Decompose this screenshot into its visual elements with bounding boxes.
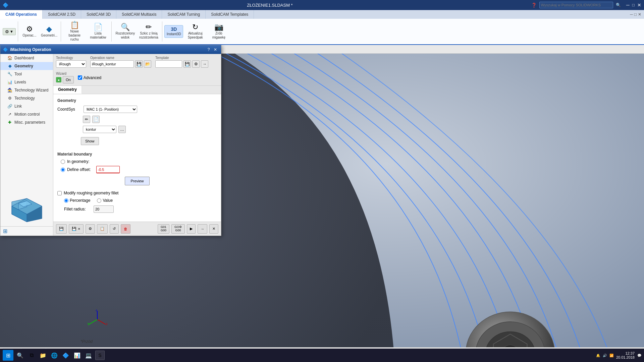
go-sim-btn[interactable]: GO⚙G00	[171, 224, 185, 234]
reset-btn[interactable]: ↺	[110, 224, 119, 234]
value-label: Value	[103, 198, 113, 203]
save-operation-btn[interactable]: 💾	[135, 60, 143, 68]
template-settings-btn[interactable]: ⚙	[192, 60, 200, 68]
template-apply-btn[interactable]: 📋	[97, 224, 108, 234]
percentage-label: Percentage	[70, 198, 90, 203]
ribbon-explode-btn[interactable]: 🔍 Rozstrzelony widok	[114, 22, 137, 41]
sidebar-item-dashboard[interactable]: 🏠 Dashboard	[0, 54, 53, 62]
load-operation-btn[interactable]: 📂	[144, 60, 151, 68]
modify-fillet-row: Modify roughing geometry fillet	[57, 191, 217, 195]
template-input[interactable]	[155, 60, 182, 68]
ribbon-content: ⚙ ▼ ⚙ Operac... ◆ Geometri... 📋 Nowe bad…	[0, 19, 644, 44]
modify-fillet-label: Modify roughing geometry fillet	[64, 191, 118, 195]
ribbon-snapshot-btn[interactable]: 📷 Zrób migawkę	[207, 22, 230, 41]
help-btn[interactable]: ❓	[531, 3, 537, 8]
toolbar-settings-btn[interactable]: ⚙ ▼	[3, 28, 16, 35]
ribbon-minimize-icon[interactable]: ─	[630, 12, 633, 17]
dialog-close-btn[interactable]: ✕	[212, 47, 218, 53]
wizard-green-icon: ●	[56, 77, 61, 82]
ribbon-update-speedpak-btn[interactable]: ↻ Aktualizuj Speedpak	[184, 22, 207, 41]
ribbon-instant3d-btn[interactable]: 3D Instant3D	[164, 25, 183, 38]
tray-icon-1: 🔔	[596, 354, 600, 357]
kontur-more-btn[interactable]: …	[118, 126, 126, 133]
fillet-type-group: Percentage Value	[64, 198, 217, 203]
levels-icon: 📊	[7, 79, 12, 85]
ribbon-materials-btn[interactable]: 📄 Lista materiałów	[87, 22, 109, 41]
offset-value-input[interactable]	[96, 166, 120, 173]
advanced-checkbox[interactable]	[78, 75, 82, 80]
app-btn-3[interactable]: 💻	[84, 351, 93, 360]
sidebar-label-dashboard: Dashboard	[14, 56, 34, 60]
sidebar-item-levels[interactable]: 📊 Levels	[0, 78, 53, 86]
template-arrow-btn[interactable]: →	[201, 60, 208, 68]
g01-label: G01G00	[161, 226, 166, 232]
fillet-radius-input[interactable]	[94, 205, 114, 213]
in-geometry-radio[interactable]	[61, 160, 65, 164]
modify-fillet-checkbox[interactable]	[57, 191, 62, 195]
save-calc-btn[interactable]: ⚙	[86, 224, 95, 234]
edit-icon-btn[interactable]: ✏	[83, 116, 90, 123]
define-offset-radio[interactable]	[61, 168, 65, 172]
ribbon-tab-3d[interactable]: SolidCAM 3D	[81, 10, 116, 19]
ribbon-geometry-btn[interactable]: ◆ Geometri...	[40, 24, 59, 39]
value-radio[interactable]	[97, 198, 101, 203]
snapshot-icon: 📷	[214, 23, 223, 31]
ribbon-operations-btn[interactable]: ⚙ Operac...	[20, 24, 39, 39]
coordsys-select[interactable]: MAC 1 (1- Position)	[84, 106, 137, 113]
g01-g00-btn[interactable]: G01G00	[158, 224, 169, 234]
delete-btn[interactable]: 🗑	[121, 224, 130, 234]
sidebar-item-link[interactable]: 🔗 Link	[0, 102, 53, 110]
show-btn[interactable]: Show	[81, 137, 99, 145]
dialog-help-btn[interactable]: ?	[206, 47, 212, 53]
close-dialog-btn[interactable]: ✕	[209, 224, 218, 234]
ribbon-tab-multiaxis[interactable]: SolidCAM Multiaxis	[116, 10, 162, 19]
sidebar-item-tool[interactable]: 🔧 Tool	[0, 70, 53, 78]
sidebar-item-technology[interactable]: ⚙ Technology	[0, 94, 53, 102]
sidebar-item-tech-wizard[interactable]: 🧙 Technology Wizard	[0, 86, 53, 94]
tab-geometry[interactable]: Geometry	[53, 86, 82, 94]
sidebar-item-misc[interactable]: ✚ Misc. parameters	[0, 118, 53, 126]
chrome-btn[interactable]: 🌐	[50, 351, 59, 360]
app-btn-2[interactable]: 📊	[72, 351, 82, 360]
ribbon-sketch-line-btn[interactable]: ✏ Szkic z linią rozstrzelenia	[137, 22, 160, 41]
window-close-btn[interactable]: ✕	[637, 2, 641, 8]
taskbar: ⊞ 🔍 ⧉ 📁 🌐 🔷 📊 💻 S 🔔 🔊 📶 12:37 20.01.2018…	[0, 349, 644, 362]
export-btn[interactable]: →	[198, 224, 207, 234]
save-close-icon: 💾	[72, 227, 76, 231]
geometry-main: Geometry CoordSys MAC 1 (1- Position) ✏	[53, 94, 221, 222]
sidebar-item-geometry[interactable]: ◆ Geometry	[0, 62, 53, 70]
ribbon-tab-turning[interactable]: SolidCAM Turning	[162, 10, 206, 19]
ribbon-restore-icon[interactable]: □	[634, 12, 637, 17]
window-maximize-btn[interactable]: □	[632, 3, 635, 7]
save-close-btn[interactable]: 💾✕	[69, 224, 84, 234]
sidebar-item-motion[interactable]: ↗ Motion control	[0, 110, 53, 118]
technology-select[interactable]: iRough	[56, 60, 86, 68]
3d-preview	[0, 194, 53, 226]
template-icon: 📋	[100, 227, 105, 231]
ribbon-close-icon[interactable]: ✕	[638, 12, 641, 17]
add-icon-btn[interactable]: 📄	[92, 116, 100, 123]
instant3d-label: Instant3D	[167, 32, 181, 36]
app-btn-1[interactable]: 🔷	[61, 351, 70, 360]
kontur-row: kontur …	[57, 126, 217, 133]
window-minimize-btn[interactable]: ─	[626, 2, 630, 8]
template-save-btn[interactable]: 💾	[183, 60, 191, 68]
solidworks-taskbar-btn[interactable]: S	[95, 351, 105, 360]
search-taskbar-btn[interactable]: 🔍	[15, 351, 25, 360]
explode-icon: 🔍	[121, 23, 130, 31]
start-button[interactable]: ⊞	[3, 350, 13, 361]
help-search-input[interactable]	[539, 2, 613, 8]
ribbon-tab-cam[interactable]: CAM Operations	[0, 10, 43, 19]
preview-btn[interactable]: Preview	[125, 177, 149, 185]
file-explorer-btn[interactable]: 📁	[38, 351, 48, 360]
sim-btn[interactable]: ▶	[187, 224, 196, 234]
percentage-radio[interactable]	[64, 198, 68, 203]
kontur-select[interactable]: kontur	[83, 126, 116, 133]
operation-name-input[interactable]	[90, 60, 134, 68]
task-view-btn[interactable]: ⧉	[27, 351, 36, 360]
ribbon-tab-templates[interactable]: SolidCAM Templates	[206, 10, 254, 19]
ribbon-tab-2d[interactable]: SolidCAM 2.5D	[43, 10, 81, 19]
save-btn[interactable]: 💾	[56, 224, 67, 234]
wizard-on-btn[interactable]: On	[63, 76, 74, 83]
ribbon-new-study-btn[interactable]: 📋 Nowe badanie ruchu	[63, 20, 86, 43]
